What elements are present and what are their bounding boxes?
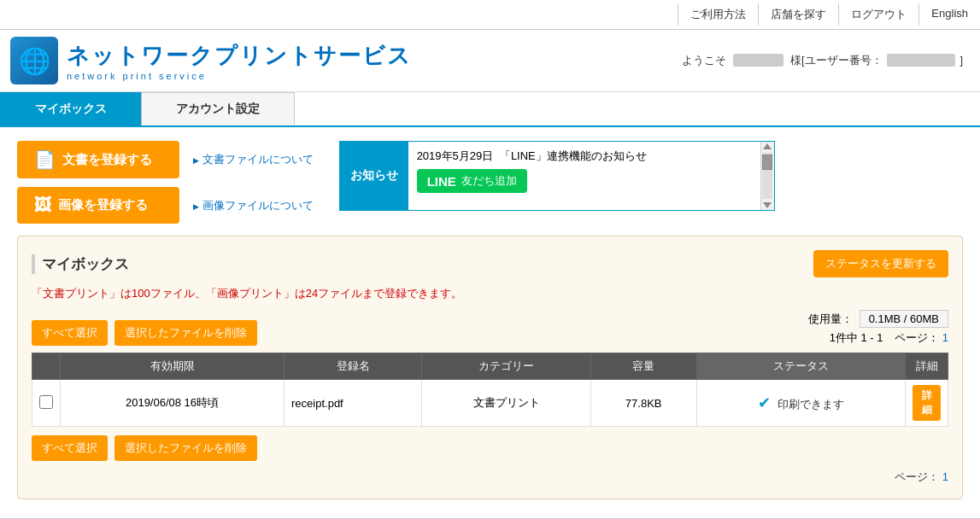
left-actions: 📄 文書を登録する ▶ 文書ファイルについて 🖼 画像を登録する ▶ 画像ファイ…: [17, 141, 314, 224]
table-row: 2019/06/08 16時頃 receipt.pdf 文書プリント 77.8K…: [32, 380, 948, 427]
row-checkbox[interactable]: [39, 395, 53, 409]
col-size: 容量: [590, 353, 696, 380]
row-expiry: 2019/06/08 16時頃: [61, 380, 285, 427]
delete-selected-button[interactable]: 選択したファイルを削除: [114, 320, 257, 346]
logo-text: ネットワークプリントサービス network print service: [67, 41, 412, 81]
info-text: 「文書プリント」は100ファイル、「画像プリント」は24ファイルまで登録できます…: [32, 286, 948, 301]
row-detail-cell: 詳細: [906, 380, 948, 427]
row-status-text: 印刷できます: [778, 398, 844, 411]
find-store-link[interactable]: 店舗を探す: [758, 3, 838, 26]
notice-content: 2019年5月29日 「LINE」連携機能のお知らせ LINE 友だち追加: [408, 142, 760, 210]
tab-account[interactable]: アカウント設定: [142, 92, 295, 125]
bottom-page-row: ページ： 1: [32, 469, 948, 485]
col-category: カテゴリー: [422, 353, 590, 380]
usage-label: 使用量：: [808, 312, 853, 325]
status-ok-icon: ✔: [758, 394, 771, 411]
row-status: ✔ 印刷できます: [696, 380, 905, 427]
mybox-section: マイボックス ステータスを更新する 「文書プリント」は100ファイル、「画像プリ…: [17, 236, 963, 499]
doc-file-link[interactable]: ▶ 文書ファイルについて: [193, 152, 314, 167]
welcome-end: ]: [959, 54, 963, 67]
col-detail: 詳細: [906, 353, 948, 380]
row-size: 77.8KB: [590, 380, 696, 427]
logout-link[interactable]: ログアウト: [838, 3, 918, 26]
line-icon: LINE: [427, 174, 456, 189]
bottom-page-label: ページ：: [895, 470, 939, 483]
lang-english-link[interactable]: English: [918, 3, 980, 26]
scroll-down-arrow[interactable]: [763, 202, 772, 208]
how-to-use-link[interactable]: ご利用方法: [678, 3, 758, 26]
row-filename: receipt.pdf: [285, 380, 422, 427]
bottom-select-all-button[interactable]: すべて選択: [32, 435, 108, 461]
welcome-area: ようこそ xxx 様[ユーザー番号： xxx ]: [682, 53, 963, 68]
logo-title: ネットワークプリントサービス: [67, 41, 412, 71]
controls-row: すべて選択 選択したファイルを削除 使用量： 0.1MB / 60MB 1件中 …: [32, 310, 948, 346]
col-status: ステータス: [696, 353, 905, 380]
col-checkbox: [32, 353, 61, 380]
files-table: 有効期限 登録名 カテゴリー 容量 ステータス 詳細 2019/06/08 16…: [32, 353, 948, 427]
header: 🌐 ネットワークプリントサービス network print service よ…: [0, 30, 980, 92]
line-add-button[interactable]: LINE 友だち追加: [417, 169, 527, 193]
usage-row: 使用量： 0.1MB / 60MB: [808, 310, 948, 328]
table-header-row: 有効期限 登録名 カテゴリー 容量 ステータス 詳細: [32, 353, 948, 380]
scroll-up-arrow[interactable]: [763, 143, 772, 149]
img-icon: 🖼: [34, 195, 51, 215]
notice-label: お知らせ: [340, 142, 408, 210]
scroll-track: [762, 153, 772, 199]
col-expiry: 有効期限: [61, 353, 285, 380]
scroll-thumb[interactable]: [762, 155, 772, 170]
notice-date-title: 2019年5月29日 「LINE」連携機能のお知らせ: [417, 149, 752, 164]
mybox-title: マイボックス: [32, 254, 129, 274]
page-label: ページ：: [895, 331, 939, 344]
welcome-suffix: 様[ユーザー番号：: [790, 54, 883, 67]
logo-area: 🌐 ネットワークプリントサービス network print service: [10, 37, 412, 85]
doc-icon: 📄: [34, 149, 56, 170]
page-info-row: 1件中 1 - 1 ページ： 1: [808, 330, 948, 346]
controls-right: 使用量： 0.1MB / 60MB 1件中 1 - 1 ページ： 1: [808, 310, 948, 346]
tab-bar: マイボックス アカウント設定: [0, 92, 980, 127]
doc-action-row: 📄 文書を登録する ▶ 文書ファイルについて: [17, 141, 314, 178]
bottom-controls: すべて選択 選択したファイルを削除: [32, 435, 948, 461]
register-doc-button[interactable]: 📄 文書を登録する: [17, 141, 179, 178]
row-category: 文書プリント: [422, 380, 590, 427]
row-checkbox-cell: [32, 380, 61, 427]
controls-left: すべて選択 選択したファイルを削除: [32, 320, 257, 346]
notice-box: お知らせ 2019年5月29日 「LINE」連携機能のお知らせ LINE 友だち…: [339, 141, 775, 211]
page-num-top[interactable]: 1: [942, 331, 948, 344]
welcome-prefix: ようこそ: [682, 54, 726, 67]
user-masked1: xxx: [733, 54, 784, 67]
bottom-delete-button[interactable]: 選択したファイルを削除: [114, 435, 257, 461]
user-masked2: xxx: [887, 54, 955, 67]
tab-mybox[interactable]: マイボックス: [0, 92, 142, 125]
notice-date: 2019年5月29日: [417, 149, 494, 162]
main-content: 📄 文書を登録する ▶ 文書ファイルについて 🖼 画像を登録する ▶ 画像ファイ…: [0, 127, 980, 513]
register-img-button[interactable]: 🖼 画像を登録する: [17, 187, 179, 224]
notice-scrollbar[interactable]: [760, 142, 774, 210]
col-name: 登録名: [285, 353, 422, 380]
logo-icon: 🌐: [10, 37, 58, 85]
detail-button[interactable]: 詳細: [913, 385, 941, 421]
img-file-link[interactable]: ▶ 画像ファイルについて: [193, 198, 314, 213]
select-all-button[interactable]: すべて選択: [32, 320, 108, 346]
count-text: 1件中 1 - 1: [830, 331, 883, 344]
notice-title: 「LINE」連携機能のお知らせ: [500, 149, 647, 162]
bottom-page-num[interactable]: 1: [942, 470, 948, 483]
top-nav: ご利用方法 店舗を探す ログアウト English: [0, 0, 980, 30]
top-section: 📄 文書を登録する ▶ 文書ファイルについて 🖼 画像を登録する ▶ 画像ファイ…: [17, 141, 963, 224]
mybox-header: マイボックス ステータスを更新する: [32, 250, 948, 277]
img-action-row: 🖼 画像を登録する ▶ 画像ファイルについて: [17, 187, 314, 224]
update-status-button[interactable]: ステータスを更新する: [813, 250, 948, 277]
logo-sub: network print service: [67, 71, 412, 81]
usage-value: 0.1MB / 60MB: [860, 310, 948, 328]
